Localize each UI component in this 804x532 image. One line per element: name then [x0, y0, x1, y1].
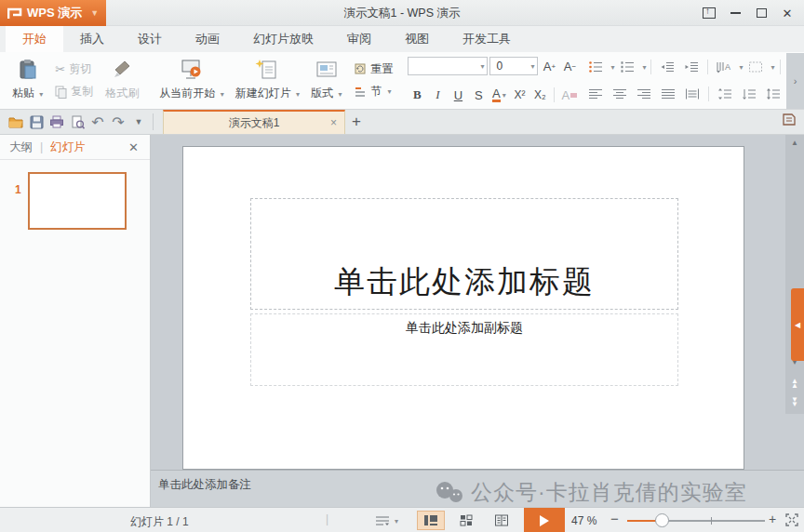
italic-button[interactable]: I [428, 86, 447, 104]
play-slideshow-button[interactable] [524, 508, 565, 532]
scroll-up-icon[interactable]: ▲ [785, 139, 804, 147]
paste-button[interactable]: 粘贴 ▾ [7, 56, 47, 105]
svg-text:A: A [725, 62, 730, 72]
close-button[interactable]: ✕ [776, 3, 798, 23]
text-direction-caret-icon[interactable]: ▾ [739, 63, 743, 72]
decrease-indent-button[interactable] [656, 57, 678, 77]
task-pane-toggle-button[interactable] [782, 113, 798, 127]
minimize-icon [730, 12, 741, 14]
tab-view[interactable]: 视图 [388, 26, 446, 52]
tab-design[interactable]: 设计 [121, 26, 179, 52]
numbered-list-button[interactable] [616, 57, 638, 77]
normal-view-button[interactable] [417, 511, 445, 530]
numbered-list-caret-icon[interactable]: ▾ [642, 63, 646, 72]
outline-tab[interactable]: 大纲 [9, 140, 33, 155]
undo-button[interactable]: ↶ [87, 112, 108, 132]
text-box-caret-icon[interactable]: ▾ [770, 63, 774, 72]
quick-access-caret[interactable]: ▼ [128, 112, 149, 132]
zoom-out-button[interactable]: − [610, 511, 619, 526]
bold-button[interactable]: B [408, 86, 426, 104]
zoom-in-button[interactable]: + [769, 512, 776, 526]
paragraph-row-top: ▾ ▾ [584, 57, 804, 77]
print-preview-button[interactable] [67, 112, 87, 132]
slide-panel-header: 大纲 | 幻灯片 ✕ [0, 135, 150, 160]
align-right-button[interactable] [633, 84, 655, 104]
font-size-select[interactable]: 0▾ [489, 57, 538, 75]
notes-toggle-button[interactable]: ▾ [374, 512, 406, 529]
ribbon-expand-button[interactable]: › [786, 53, 804, 109]
title-placeholder[interactable]: 单击此处添加标题 [250, 198, 678, 310]
align-center-button[interactable] [609, 84, 631, 104]
cut-button[interactable]: ✂ 剪切 [51, 60, 97, 79]
redo-button[interactable]: ↷ [108, 112, 128, 132]
bullet-list-button[interactable] [584, 57, 607, 77]
underline-button[interactable]: U [449, 86, 467, 104]
slide-editor[interactable]: 单击此处添加标题 单击此处添加副标题 [182, 146, 744, 470]
reading-view-button[interactable] [488, 511, 516, 530]
tab-insert[interactable]: 插入 [63, 26, 121, 52]
tab-review[interactable]: 审阅 [330, 26, 388, 52]
brush-icon [112, 59, 132, 79]
superscript-button[interactable]: X² [510, 86, 529, 104]
fit-screen-icon [784, 512, 799, 527]
slide-thumbnail-number: 1 [15, 183, 21, 196]
notes-area[interactable]: 单击此处添加备注 [151, 470, 804, 507]
clear-format-button[interactable]: A [559, 86, 579, 104]
subtitle-placeholder-text: 单击此处添加副标题 [406, 320, 523, 337]
open-file-button[interactable] [6, 112, 26, 132]
open-task-pane-tab[interactable]: ◀ [791, 288, 804, 361]
previous-slide-icon[interactable]: ▲▲ [785, 379, 804, 388]
align-left-button[interactable] [584, 84, 607, 104]
save-button[interactable] [26, 112, 47, 132]
font-name-select[interactable]: ▾ [408, 57, 488, 75]
fit-to-window-button[interactable] [784, 512, 799, 527]
tab-home[interactable]: 开始 [6, 26, 63, 52]
subtitle-placeholder[interactable]: 单击此处添加副标题 [250, 313, 678, 386]
document-tab[interactable]: 演示文稿1 × [163, 110, 345, 134]
subscript-button[interactable]: X₂ [530, 86, 549, 104]
font-row-top: ▾ 0▾ A+ A− [408, 57, 579, 75]
format-painter-button[interactable]: 格式刷 [100, 56, 143, 105]
panel-close-icon[interactable]: ✕ [128, 140, 139, 154]
open-folder-icon [8, 116, 23, 128]
zoom-percent: 47 % [571, 514, 596, 527]
slide-sorter-view-button[interactable] [452, 511, 480, 530]
title-placeholder-text: 单击此处添加标题 [334, 261, 595, 303]
print-button[interactable] [47, 112, 67, 132]
clipboard-group: 粘贴 ▾ ✂ 剪切 复制 [4, 54, 147, 107]
new-slide-button[interactable]: 新建幻灯片 ▾ [231, 56, 304, 105]
vertical-scrollbar[interactable]: ▲ ▼ ▲▲ ▼▼ [785, 135, 804, 414]
next-slide-icon[interactable]: ▼▼ [785, 397, 804, 406]
text-box-icon [748, 60, 763, 73]
zoom-slider-handle[interactable] [655, 513, 669, 527]
font-color-button[interactable]: A▾ [489, 86, 508, 104]
tab-close-icon[interactable]: × [330, 116, 337, 129]
play-from-current-button[interactable]: 从当前开始 ▾ [154, 56, 228, 105]
minimize-button[interactable] [724, 3, 746, 23]
maximize-button[interactable] [750, 3, 772, 23]
distribute-button[interactable] [681, 84, 704, 104]
reset-button[interactable]: 重置 [350, 60, 396, 79]
copy-button[interactable]: 复制 [51, 82, 97, 101]
decrease-font-button[interactable]: A− [560, 57, 579, 75]
justify-button[interactable] [657, 84, 679, 104]
slide-thumbnail[interactable] [28, 172, 127, 230]
bullet-list-caret-icon[interactable]: ▾ [610, 63, 614, 72]
tab-developer[interactable]: 开发工具 [446, 26, 528, 52]
tab-slideshow[interactable]: 幻灯片放映 [236, 26, 330, 52]
section-button[interactable]: 节 ▾ [350, 82, 396, 101]
line-spacing-decrease-button[interactable] [714, 84, 736, 104]
text-box-button[interactable] [744, 57, 767, 77]
line-spacing-increase-button[interactable] [738, 84, 760, 104]
new-tab-button[interactable]: + [345, 111, 368, 133]
text-direction-button[interactable]: A [713, 57, 735, 77]
strikethrough-button[interactable]: S [469, 86, 488, 104]
slides-tab[interactable]: 幻灯片 [50, 140, 86, 155]
section-caret-icon: ▾ [387, 87, 391, 96]
increase-indent-button[interactable] [680, 57, 703, 77]
increase-font-button[interactable]: A+ [540, 57, 558, 75]
layout-button[interactable]: 版式 ▾ [306, 56, 346, 105]
tab-animation[interactable]: 动画 [179, 26, 236, 52]
pin-up-button[interactable] [698, 3, 720, 23]
line-spacing-options-button[interactable] [762, 84, 784, 104]
